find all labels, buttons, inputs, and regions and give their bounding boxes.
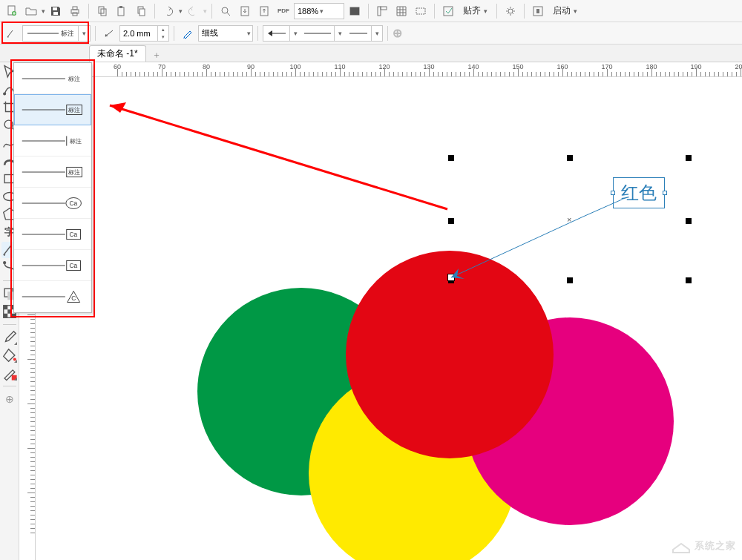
- svg-rect-3: [53, 12, 58, 15]
- sel-handle[interactable]: [686, 218, 692, 224]
- main-toolbar: ▾ ▾ ▾ PDF 188% ▾ 贴齐 ▾ 启动 ▾: [0, 0, 742, 22]
- svg-rect-18: [378, 7, 381, 16]
- launch-label: 启动: [553, 4, 571, 17]
- launch-icon[interactable]: [529, 2, 547, 20]
- svg-text:标注: 标注: [60, 30, 73, 37]
- sel-handle[interactable]: [567, 277, 573, 283]
- redo-button[interactable]: [184, 2, 202, 20]
- svg-text:标注: 标注: [69, 136, 82, 144]
- end-arrow[interactable]: [345, 26, 372, 41]
- callout-tool-icon[interactable]: [3, 24, 21, 42]
- svg-text:标注: 标注: [68, 168, 80, 175]
- svg-point-29: [3, 92, 6, 95]
- line-style[interactable]: [301, 26, 335, 41]
- callout-style-option[interactable]: Ca: [14, 219, 91, 250]
- paste-button[interactable]: [113, 2, 131, 20]
- svg-rect-5: [73, 7, 77, 10]
- svg-text:Ca: Ca: [70, 230, 78, 237]
- workspace: 字 ⊕ 230220210200190180170160150140 60708…: [0, 62, 742, 560]
- eyedropper-tool[interactable]: [1, 329, 18, 346]
- search-button[interactable]: [217, 2, 234, 20]
- svg-rect-10: [119, 6, 122, 8]
- svg-text:Ca: Ca: [70, 261, 78, 269]
- callout-style-option[interactable]: 标注: [14, 63, 91, 94]
- gap-field[interactable]: ▴▾: [119, 25, 169, 42]
- sel-handle[interactable]: [686, 277, 692, 283]
- svg-point-31: [4, 120, 13, 128]
- callout-textbox[interactable]: 红色: [613, 177, 665, 208]
- svg-text:标注: 标注: [68, 105, 80, 113]
- callout-style-option[interactable]: 标注: [14, 94, 91, 125]
- svg-rect-2: [53, 7, 57, 10]
- callout-style-caret[interactable]: ▾: [78, 26, 90, 41]
- quick-customize[interactable]: ⊕: [1, 391, 18, 407]
- callout-style-dropdown[interactable]: 标注 ▾: [22, 25, 91, 42]
- gap-up[interactable]: ▴: [158, 26, 168, 33]
- fill-tool[interactable]: [1, 347, 18, 363]
- callout-style-preview: 标注: [23, 27, 78, 39]
- canvas-area: 6070809010011012013014015016017018019020…: [36, 62, 742, 560]
- svg-point-34: [3, 261, 6, 264]
- zoom-value: 188%: [298, 7, 318, 16]
- document-tabstrip: 未命名 -1* ＋: [0, 45, 742, 62]
- svg-point-22: [508, 9, 513, 13]
- outline-pen-icon[interactable]: [179, 24, 197, 42]
- svg-line-41: [110, 105, 447, 209]
- sel-handle[interactable]: [448, 218, 454, 224]
- tab-title: 未命名 -1*: [97, 47, 138, 60]
- print-button[interactable]: [66, 2, 84, 20]
- zoom-dropdown[interactable]: 188% ▾: [294, 3, 344, 19]
- outline-width-value: 细线: [202, 27, 218, 39]
- svg-text:Ca: Ca: [70, 199, 78, 206]
- launch-button-icon[interactable]: [439, 2, 457, 20]
- callout-style-option[interactable]: Ca: [14, 188, 91, 219]
- svg-text:标注: 标注: [68, 74, 80, 82]
- gap-input[interactable]: [120, 29, 157, 38]
- callout-style-option[interactable]: 标注: [14, 157, 91, 188]
- rulers-button[interactable]: [373, 2, 391, 20]
- sel-handle[interactable]: [567, 155, 573, 161]
- guides-button[interactable]: [412, 2, 430, 20]
- snap-label: 贴齐: [463, 4, 481, 17]
- options-button[interactable]: [502, 2, 519, 20]
- undo-button[interactable]: [160, 2, 177, 20]
- cut-button[interactable]: [132, 2, 150, 20]
- import-button[interactable]: [236, 2, 254, 20]
- outline-width-dropdown[interactable]: 细线 ▾: [198, 25, 253, 42]
- sel-handle[interactable]: [686, 155, 692, 161]
- add-tab-button[interactable]: ＋: [149, 48, 164, 62]
- add-preset-button[interactable]: ⊕: [393, 26, 402, 40]
- svg-rect-20: [416, 8, 425, 14]
- svg-text:C: C: [71, 294, 76, 302]
- svg-rect-21: [444, 7, 453, 16]
- svg-rect-19: [381, 7, 387, 10]
- callout-style-panel: 标注标注标注标注CaCaCaC: [13, 62, 92, 313]
- outline-tool[interactable]: [1, 365, 18, 381]
- launch-menu[interactable]: 启动 ▾: [548, 2, 582, 20]
- gap-down[interactable]: ▾: [158, 33, 168, 41]
- grid-button[interactable]: [393, 2, 410, 20]
- callout-anchor[interactable]: [447, 274, 455, 281]
- dimension-icon[interactable]: [100, 24, 118, 42]
- open-button[interactable]: [22, 2, 40, 20]
- svg-rect-17: [350, 7, 359, 15]
- new-button[interactable]: [3, 2, 21, 20]
- callout-text: 红色: [621, 182, 657, 202]
- fullscreen-button[interactable]: [346, 2, 364, 20]
- svg-rect-9: [118, 7, 124, 16]
- svg-rect-12: [139, 9, 145, 16]
- sel-handle[interactable]: [448, 155, 454, 161]
- sel-center: ×: [567, 215, 571, 224]
- callout-style-option[interactable]: 标注: [14, 125, 91, 157]
- export-button[interactable]: [255, 2, 273, 20]
- line-ends-dropdown[interactable]: ▾ ▾ ▾: [263, 25, 383, 42]
- document-tab[interactable]: 未命名 -1*: [89, 45, 146, 62]
- callout-style-option[interactable]: C: [14, 281, 91, 312]
- pdf-button[interactable]: PDF: [275, 2, 292, 20]
- snap-menu[interactable]: 贴齐 ▾: [459, 2, 492, 20]
- start-arrow[interactable]: [263, 26, 290, 41]
- save-button[interactable]: [47, 2, 65, 20]
- copy-button[interactable]: [93, 2, 111, 20]
- callout-style-option[interactable]: Ca: [14, 250, 91, 281]
- canvas[interactable]: 红色 ×: [36, 77, 742, 560]
